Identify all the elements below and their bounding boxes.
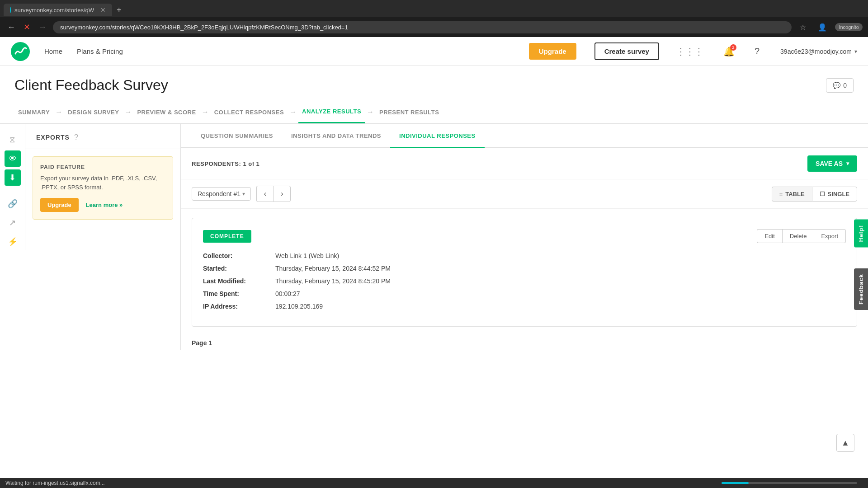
collector-value: Web Link 1 (Web Link) <box>275 252 339 259</box>
delete-button[interactable]: Delete <box>782 229 814 243</box>
new-tab-button[interactable]: + <box>114 5 124 15</box>
arrow-5: → <box>367 108 374 116</box>
step-collect[interactable]: COLLECT RESPONSES <box>211 101 288 123</box>
browser-tab[interactable]: surveymonkey.com/stories/qW ✕ <box>4 4 112 16</box>
survey-title: Client Feedback Survey <box>14 77 168 94</box>
respondent-selector[interactable]: Respondent #1 ▾ <box>192 187 251 201</box>
prev-respondent-button[interactable]: ‹ <box>256 186 274 202</box>
plans-pricing-link[interactable]: Plans & Pricing <box>77 47 123 55</box>
chevron-down-icon: ▾ <box>242 191 245 197</box>
respondent-label: Respondent #1 <box>198 190 241 197</box>
help-tab[interactable]: Help! <box>854 220 868 248</box>
paid-upgrade-button[interactable]: Upgrade <box>40 198 79 212</box>
ip-address-field: IP Address: 192.109.205.169 <box>203 303 846 310</box>
last-modified-label: Last Modified: <box>203 277 275 285</box>
upgrade-button[interactable]: Upgrade <box>529 43 576 60</box>
help-circle-icon[interactable]: ? <box>74 133 78 141</box>
response-card: COMPLETE Edit Delete Export Collector: W… <box>192 218 857 327</box>
reload-button[interactable]: ✕ <box>22 20 32 34</box>
download-icon-button[interactable]: ⬇ <box>5 169 21 186</box>
help-icon: ? <box>755 46 760 56</box>
inner-tabs: QUESTION SUMMARIES INSIGHTS AND DATA TRE… <box>181 124 868 148</box>
profile-icon[interactable]: 👤 <box>814 21 830 33</box>
incognito-badge: Incognito <box>835 23 863 31</box>
forward-button[interactable]: → <box>37 21 48 34</box>
save-as-label: SAVE AS <box>816 160 843 167</box>
bookmark-icon[interactable]: ☆ <box>796 21 810 33</box>
edit-button[interactable]: Edit <box>757 229 782 243</box>
step-analyze[interactable]: ANALYZE RESULTS <box>298 101 365 123</box>
complete-badge: COMPLETE <box>203 230 251 243</box>
lightning-icon-button[interactable]: ⚡ <box>5 234 21 250</box>
scroll-top-button[interactable]: ▲ <box>836 434 854 452</box>
share-icon-button[interactable]: ↗ <box>5 215 21 231</box>
started-field: Started: Thursday, February 15, 2024 8:4… <box>203 265 846 272</box>
time-spent-field: Time Spent: 00:00:27 <box>203 290 846 297</box>
step-summary[interactable]: SUMMARY <box>14 101 53 123</box>
single-view-button[interactable]: ☐ SINGLE <box>812 187 857 202</box>
chevron-down-icon: ▾ <box>854 48 857 55</box>
comments-button[interactable]: 💬 0 <box>826 78 854 93</box>
single-icon: ☐ <box>820 191 825 197</box>
grid-icon-button[interactable]: ⋮⋮⋮ <box>674 43 706 60</box>
sidebar-icon-strip: ⧖ 👁 ⬇ 🔗 ↗ ⚡ <box>0 124 25 250</box>
respondent-nav: Respondent #1 ▾ ‹ › ≡ TABLE ☐ SI <box>181 179 868 209</box>
svg-point-0 <box>11 42 30 61</box>
sidebar: ⧖ 👁 ⬇ 🔗 ↗ ⚡ EXPORTS ? PAID FEATURE Expor <box>0 124 181 350</box>
paid-feature-label: PAID FEATURE <box>40 164 165 170</box>
card-actions: Edit Delete Export <box>757 229 846 243</box>
respondents-count: RESPONDENTS: 1 of 1 <box>192 160 259 167</box>
respondent-arrows: ‹ › <box>256 186 291 202</box>
filter-icon-button[interactable]: ⧖ <box>5 131 21 148</box>
learn-more-link[interactable]: Learn more » <box>86 202 123 208</box>
top-nav: Home Plans & Pricing Upgrade Create surv… <box>0 37 868 66</box>
collector-field: Collector: Web Link 1 (Web Link) <box>203 252 846 259</box>
single-label: SINGLE <box>828 191 849 197</box>
tab-individual-responses[interactable]: INDIVIDUAL RESPONSES <box>390 124 485 147</box>
export-button[interactable]: Export <box>814 229 846 243</box>
status-bar-progress-fill <box>722 482 749 484</box>
status-bar: Waiting for rum-ingest.us1.signalfx.com.… <box>0 478 868 488</box>
sidebar-content: EXPORTS ? PAID FEATURE Export your surve… <box>25 124 180 250</box>
paid-feature-box: PAID FEATURE Export your survey data in … <box>33 156 173 220</box>
last-modified-field: Last Modified: Thursday, February 15, 20… <box>203 277 846 285</box>
back-button[interactable]: ← <box>5 21 17 34</box>
tab-close-icon[interactable]: ✕ <box>100 6 106 14</box>
table-label: TABLE <box>785 191 804 197</box>
table-view-button[interactable]: ≡ TABLE <box>772 187 812 202</box>
step-design[interactable]: DESIGN SURVEY <box>64 101 123 123</box>
feedback-tab[interactable]: Feedback <box>854 268 868 310</box>
tab-favicon <box>10 7 11 13</box>
notification-button[interactable]: 🔔 2 <box>721 43 737 60</box>
help-button[interactable]: ? <box>752 43 762 59</box>
last-modified-value: Thursday, February 15, 2024 8:45:20 PM <box>275 277 391 285</box>
ip-address-label: IP Address: <box>203 303 275 310</box>
status-bar-text: Waiting for rum-ingest.us1.signalfx.com.… <box>5 480 716 486</box>
respondents-bar: RESPONDENTS: 1 of 1 SAVE AS ▾ <box>181 148 868 179</box>
tab-question-summaries[interactable]: QUESTION SUMMARIES <box>192 124 282 147</box>
ip-address-value: 192.109.205.169 <box>275 303 323 310</box>
step-present[interactable]: PRESENT RESULTS <box>376 101 443 123</box>
started-label: Started: <box>203 265 275 272</box>
chevron-down-icon: ▾ <box>846 160 849 167</box>
arrow-3: → <box>202 108 209 116</box>
comments-count: 0 <box>843 82 847 89</box>
user-menu[interactable]: 39ac6e23@moodjoy.com ▾ <box>780 48 857 55</box>
status-bar-progress <box>722 482 857 484</box>
link-icon-button[interactable]: 🔗 <box>5 196 21 212</box>
arrow-2: → <box>124 108 132 116</box>
step-preview[interactable]: PREVIEW & SCORE <box>133 101 199 123</box>
started-value: Thursday, February 15, 2024 8:44:52 PM <box>275 265 391 272</box>
arrow-4: → <box>289 108 297 116</box>
save-as-button[interactable]: SAVE AS ▾ <box>807 155 857 172</box>
tab-title: surveymonkey.com/stories/qW <box>14 7 94 14</box>
tab-insights-data-trends[interactable]: INSIGHTS AND DATA TRENDS <box>282 124 390 147</box>
logo[interactable] <box>11 42 30 61</box>
address-bar[interactable] <box>53 21 792 33</box>
grid-icon: ⋮⋮⋮ <box>676 47 703 56</box>
home-link[interactable]: Home <box>44 47 62 55</box>
next-respondent-button[interactable]: › <box>274 186 291 202</box>
paid-feature-desc: Export your survey data in .PDF, .XLS, .… <box>40 174 165 192</box>
create-survey-button[interactable]: Create survey <box>594 42 659 60</box>
view-icon-button[interactable]: 👁 <box>5 150 21 167</box>
